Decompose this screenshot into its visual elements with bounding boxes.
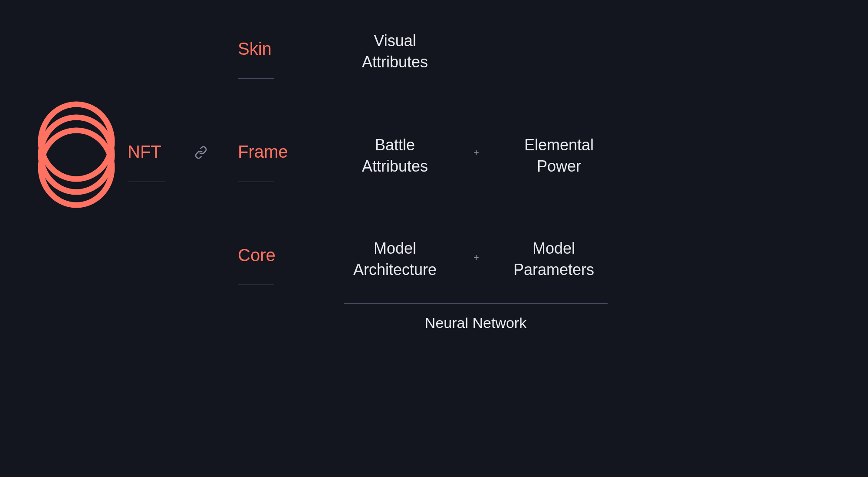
plus-icon: + <box>473 147 479 158</box>
skin-layer-label: Skin <box>238 39 272 59</box>
visual-attributes-label: Visual Attributes <box>352 30 438 73</box>
neural-network-divider <box>344 303 608 304</box>
skin-underline <box>238 78 274 79</box>
model-architecture-label: Model Architecture <box>344 238 446 280</box>
model-parameters-label: Model Parameters <box>502 238 606 280</box>
core-layer-label: Core <box>238 245 276 265</box>
neural-network-label: Neural Network <box>344 315 608 331</box>
nft-underline <box>128 182 165 182</box>
frame-layer-label: Frame <box>238 142 288 162</box>
rings-logo-icon <box>36 98 117 211</box>
frame-underline <box>238 182 274 182</box>
elemental-power-label: Elemental Power <box>511 135 607 177</box>
core-underline <box>238 285 274 285</box>
link-icon <box>194 146 207 162</box>
battle-attributes-label: Battle Attributes <box>347 135 443 177</box>
nft-root-label: NFT <box>128 142 161 162</box>
plus-icon: + <box>473 252 479 263</box>
